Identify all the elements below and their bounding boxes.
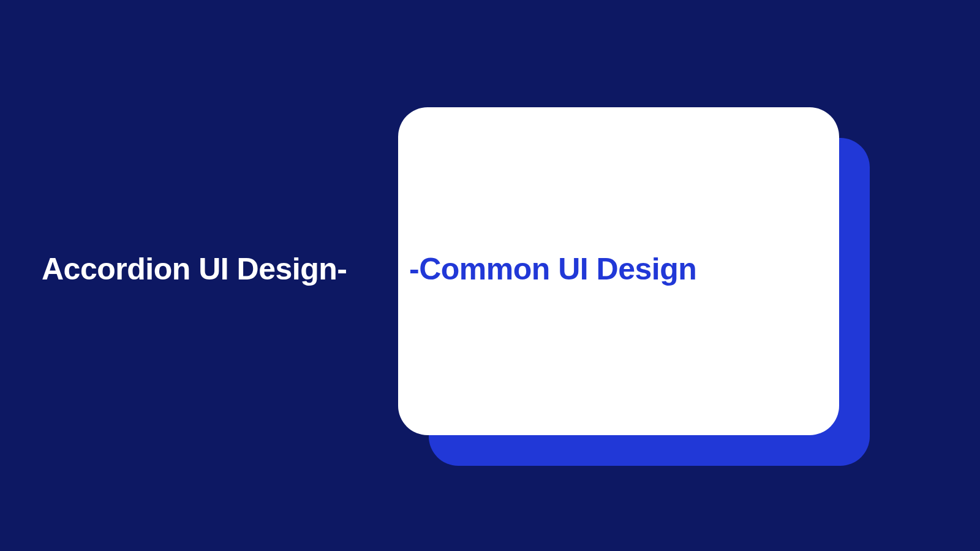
title-right-segment: -Common UI Design — [409, 251, 696, 287]
title-left-segment: Accordion UI Design- — [42, 251, 347, 287]
